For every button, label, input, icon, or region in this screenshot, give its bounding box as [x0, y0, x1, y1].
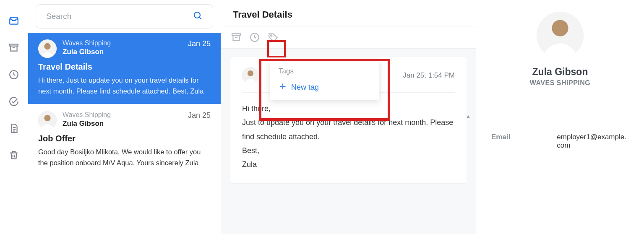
message-company: Waves Shipping	[63, 111, 182, 119]
tag-action-icon[interactable]	[266, 31, 280, 44]
svg-rect-0	[10, 44, 18, 46]
plus-icon	[279, 82, 287, 93]
contact-avatar	[537, 12, 584, 59]
message-list-column: Waves Shipping Zula Gibson Jan 25 Travel…	[28, 0, 221, 234]
contact-org: WAVES SHIPPING	[491, 79, 629, 87]
svg-point-23	[552, 20, 568, 36]
svg-point-11	[44, 43, 50, 49]
trash-icon[interactable]	[8, 149, 20, 161]
avatar	[38, 111, 57, 130]
snooze-action-icon[interactable]	[248, 31, 261, 44]
svg-point-17	[271, 35, 272, 36]
avatar	[38, 39, 57, 58]
archive-action-icon[interactable]	[229, 31, 243, 44]
nav-rail	[0, 0, 28, 234]
svg-line-9	[200, 18, 202, 20]
message-preview: Good day Bosiljko Mlikota, We would like…	[38, 147, 211, 168]
detail-action-bar	[221, 26, 476, 49]
message-date: Jan 25	[188, 111, 211, 120]
svg-point-8	[194, 12, 200, 18]
detail-column: Travel Details ▲	[221, 0, 476, 234]
svg-point-13	[44, 115, 50, 121]
message-company: Waves Shipping	[63, 39, 182, 47]
new-tag-button[interactable]: New tag	[279, 82, 371, 93]
contact-name: Zula Gibson	[491, 66, 629, 78]
archive-icon[interactable]	[8, 42, 20, 54]
done-icon[interactable]	[8, 96, 20, 107]
svg-point-19	[248, 70, 253, 76]
snooze-icon[interactable]	[8, 69, 20, 81]
message-subject: Travel Details	[38, 62, 211, 72]
message-body: Hi there, Just to update you on your tra…	[242, 102, 455, 172]
message-date: Jan 25	[188, 39, 211, 48]
message-item-1[interactable]: Waves Shipping Zula Gibson Jan 25 Job Of…	[28, 104, 221, 176]
message-sender: Zula Gibson	[63, 120, 182, 128]
detail-title: Travel Details	[221, 0, 476, 26]
message-timestamp: Jan 25, 1:54 PM	[403, 71, 455, 80]
tags-popover: Tags New tag	[270, 60, 379, 100]
avatar	[242, 67, 259, 84]
inbox-icon[interactable]	[8, 15, 20, 27]
new-tag-label: New tag	[291, 83, 319, 92]
message-sender: Zula Gibson	[63, 48, 182, 56]
svg-rect-14	[232, 34, 240, 35]
contact-column: Zula Gibson WAVES SHIPPING Email employe…	[476, 0, 644, 234]
search-icon[interactable]	[193, 10, 203, 22]
contact-email-label: Email	[491, 133, 557, 150]
message-preview: Hi there, Just to update you on your tra…	[38, 75, 211, 96]
search-box[interactable]	[36, 4, 213, 29]
scroll-up-arrow-icon[interactable]: ▲	[466, 113, 471, 119]
contact-email-value: employer1@example.com	[557, 133, 629, 150]
message-subject: Job Offer	[38, 134, 211, 143]
documents-icon[interactable]	[8, 122, 20, 134]
message-item-0[interactable]: Waves Shipping Zula Gibson Jan 25 Travel…	[28, 33, 221, 104]
tags-popover-title: Tags	[279, 67, 371, 75]
search-input[interactable]	[46, 12, 193, 21]
contact-email-row: Email employer1@example.com	[491, 133, 629, 150]
